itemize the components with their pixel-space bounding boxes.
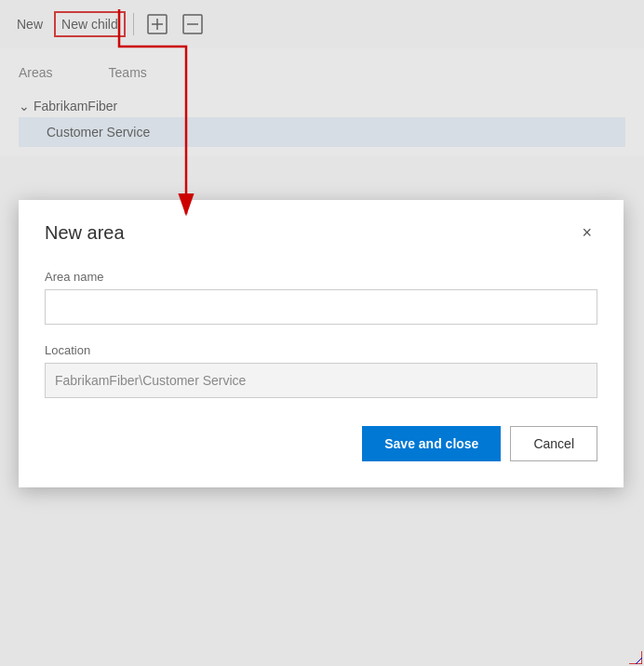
corner-decoration xyxy=(629,651,642,664)
dialog-footer: Save and close Cancel xyxy=(45,426,597,461)
location-label: Location xyxy=(45,343,597,357)
area-name-input[interactable] xyxy=(45,289,597,325)
cancel-button[interactable]: Cancel xyxy=(510,426,597,461)
new-area-dialog: New area × Area name Location Save and c… xyxy=(19,200,624,487)
location-group: Location xyxy=(45,343,597,398)
area-name-group: Area name xyxy=(45,270,597,325)
dialog-title: New area xyxy=(45,222,125,244)
save-and-close-button[interactable]: Save and close xyxy=(362,426,501,461)
location-input xyxy=(45,363,597,398)
dialog-header: New area × xyxy=(45,222,597,244)
dialog-close-button[interactable]: × xyxy=(576,222,597,243)
area-name-label: Area name xyxy=(45,270,597,284)
svg-line-6 xyxy=(636,658,642,664)
